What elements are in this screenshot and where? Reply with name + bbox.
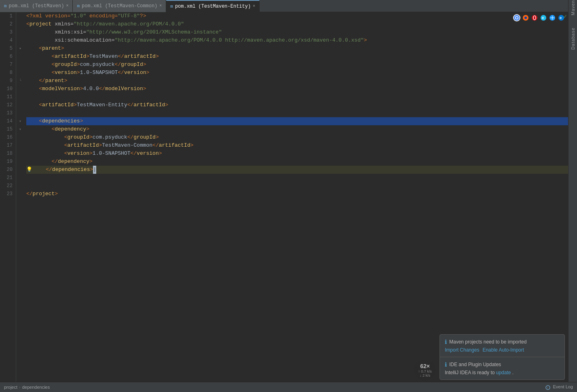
edge-icon[interactable]: e	[558, 14, 565, 21]
breadcrumb-dependencies: dependencies	[22, 385, 50, 390]
tab-label-3: pom.xml (TestMaven-Entity)	[175, 4, 251, 9]
import-changes-link[interactable]: Import Changes	[445, 347, 479, 353]
code-line-11	[26, 93, 577, 101]
ie-icon[interactable]: e	[540, 14, 547, 21]
breadcrumb-separator: ›	[19, 385, 21, 390]
text-cursor: |	[93, 166, 96, 174]
close-tab-3[interactable]: ×	[253, 4, 255, 8]
plugin-update-text: IntelliJ IDEA is ready to update .	[445, 370, 560, 375]
code-line-6: <artifactId>TestMaven</artifactId>	[26, 53, 577, 61]
plugin-notification-title: IDE and Plugin Updates	[449, 362, 501, 367]
svg-text:!: !	[547, 386, 548, 389]
code-line-8: <version>1.0-SNAPSHOT</version>	[26, 69, 577, 77]
opera-icon[interactable]	[531, 14, 538, 21]
tab-icon-2: m	[77, 4, 80, 8]
database-panel-label: Database	[571, 27, 575, 50]
stats-percent: 62×	[420, 363, 430, 369]
code-editor[interactable]: <?xml version="1.0" encoding="UTF-8"?> <…	[24, 12, 577, 382]
editor-gutter: ▾ └ ▾ ▾	[16, 12, 24, 382]
code-line-17: <artifactId>TestMaven-Common</artifactId…	[26, 141, 577, 150]
firefox-icon[interactable]	[522, 14, 529, 21]
bulb-icon[interactable]: 💡	[26, 166, 32, 174]
close-tab-2[interactable]: ×	[159, 4, 162, 8]
code-line-15: <dependency>	[26, 125, 577, 133]
code-line-12: <artifactId>TestMaven-Entity</artifactId…	[26, 101, 577, 109]
maven-info-icon: ℹ	[445, 339, 447, 345]
code-line-2: <project xmlns="http://maven.apache.org/…	[26, 20, 577, 28]
code-line-7: <groupId>com.psyduck</groupId>	[26, 61, 577, 69]
code-line-22	[26, 182, 577, 190]
fold-parent-icon[interactable]: ▾	[16, 44, 24, 53]
enable-auto-import-link[interactable]: Enable Auto-Import	[482, 347, 524, 353]
svg-point-4	[524, 17, 527, 19]
tab-icon-1: m	[4, 4, 7, 8]
code-line-20: 💡 </dependencies>|	[26, 166, 577, 174]
event-log-link[interactable]: ! Event Log	[545, 384, 573, 390]
tab-label-2: pom.xml (TestMaven-Common)	[82, 3, 157, 9]
line-numbers: 12345 678910 1112131415 1617181920 21222…	[0, 12, 16, 382]
svg-text:e: e	[560, 16, 562, 20]
code-line-9: </parent>	[26, 77, 577, 85]
code-line-23: </project>	[26, 190, 577, 198]
plugin-update-notification: ℹ IDE and Plugin Updates IntelliJ IDEA i…	[440, 357, 564, 379]
fold-dep-icon[interactable]: ▾	[16, 125, 24, 133]
breadcrumb-project: project	[4, 385, 17, 390]
code-line-1: <?xml version="1.0" encoding="UTF-8"?>	[26, 12, 577, 20]
code-line-4: xsi:schemaLocation="http://maven.apache.…	[26, 36, 577, 44]
code-line-19: </dependency>	[26, 158, 577, 166]
status-right: ! Event Log	[545, 384, 573, 390]
code-line-3: xmlns:xsi="http://www.w3.org/2001/XMLSch…	[26, 28, 577, 36]
maven-notification-title: Maven projects need to be imported	[449, 339, 526, 345]
plugin-text-before: IntelliJ IDEA is ready to	[445, 370, 495, 375]
code-line-18: <version>1.0-SNAPSHOT</version>	[26, 150, 577, 158]
code-line-14: <dependencies>	[26, 117, 577, 125]
maven-side-panel[interactable]: Maven Database	[568, 0, 577, 392]
tab-testmaven[interactable]: m pom.xml (TestMaven) ×	[0, 0, 73, 12]
tab-testmaven-common[interactable]: m pom.xml (TestMaven-Common) ×	[73, 0, 166, 12]
tab-testmaven-entity[interactable]: m pom.xml (TestMaven-Entity) ×	[166, 0, 260, 12]
code-line-13	[26, 109, 577, 117]
tab-bar: m pom.xml (TestMaven) × m pom.xml (TestM…	[0, 0, 577, 12]
code-line-16: <groupId>com.psyduck</groupId>	[26, 133, 577, 141]
plugin-info-icon: ℹ	[445, 361, 447, 368]
stats-upload: ↑ 0.7 k/s	[418, 369, 432, 373]
close-tab-1[interactable]: ×	[66, 4, 68, 8]
fold-deps-icon[interactable]: ▾	[16, 117, 24, 125]
stats-widget: 62× ↑ 0.7 k/s ↓ 2 k/s	[414, 360, 435, 381]
fold-parent-end-icon[interactable]: └	[16, 77, 24, 85]
svg-text:e: e	[542, 16, 544, 20]
plugin-update-link[interactable]: update	[496, 370, 511, 375]
maven-notification-popup: ℹ Maven projects need to be imported Imp…	[440, 334, 565, 380]
status-bar: project › dependencies ! Event Log	[0, 382, 577, 392]
svg-point-2	[516, 17, 518, 19]
code-line-10: <modelVersion>4.0.0</modelVersion>	[26, 85, 577, 93]
breadcrumb: project › dependencies	[4, 385, 50, 390]
code-line-21	[26, 174, 577, 182]
safari-icon[interactable]	[549, 14, 556, 21]
stats-download: ↓ 2 k/s	[420, 373, 430, 377]
chrome-icon[interactable]	[513, 14, 520, 21]
maven-import-notification: ℹ Maven projects need to be imported Imp…	[440, 335, 564, 357]
code-line-5: <parent>	[26, 44, 577, 53]
plugin-text-after: .	[512, 370, 514, 375]
tab-icon-3: m	[170, 4, 173, 9]
editor-area: 12345 678910 1112131415 1617181920 21222…	[0, 12, 577, 382]
browser-toolbar: e e	[513, 14, 565, 21]
tab-label-1: pom.xml (TestMaven)	[9, 3, 64, 9]
maven-panel-label: Maven	[571, 0, 575, 19]
